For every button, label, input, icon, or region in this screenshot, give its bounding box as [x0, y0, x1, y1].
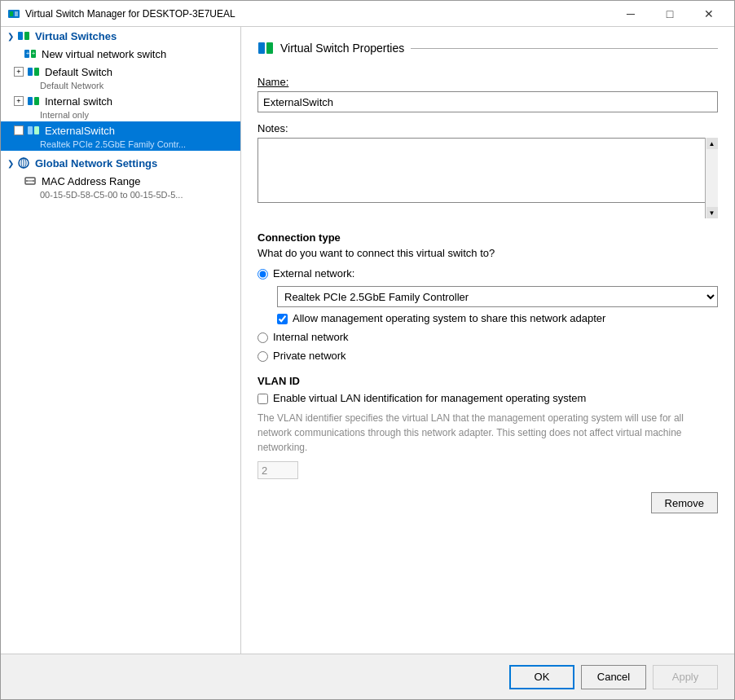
external-network-radio-label[interactable]: External network:	[273, 267, 354, 280]
remove-button-row: Remove	[257, 492, 718, 513]
mac-address-sublabel: 00-15-5D-58-C5-00 to 00-15-5D-5...	[1, 190, 240, 201]
new-switch-icon: + +	[24, 47, 37, 60]
notes-scrollbar: ▲ ▼	[705, 138, 718, 218]
external-network-sub: Realtek PCIe 2.5GbE Family Controller Al…	[277, 286, 718, 324]
chevron-down-icon: ❯	[7, 32, 14, 41]
svg-rect-11	[28, 97, 33, 105]
content-area: ❯ Virtual Switches + + New virtual netwo…	[1, 27, 734, 654]
virtual-switches-icon	[17, 29, 30, 42]
global-network-settings-label: Global Network Settings	[35, 157, 157, 169]
mac-address-label: MAC Address Range	[42, 175, 140, 187]
svg-rect-23	[266, 42, 273, 54]
external-network-radio-item: External network:	[257, 267, 718, 280]
mac-address-range-item[interactable]: MAC Address Range	[1, 172, 240, 190]
vlan-checkbox-item: Enable virtual LAN identification for ma…	[257, 392, 718, 404]
svg-text:+: +	[26, 50, 30, 57]
apply-button[interactable]: Apply	[653, 665, 718, 689]
svg-text:+: +	[32, 50, 36, 57]
internal-network-radio-item: Internal network	[257, 331, 718, 343]
allow-management-label[interactable]: Allow management operating system to sha…	[293, 312, 605, 324]
new-virtual-switch-item[interactable]: + + New virtual network switch	[1, 45, 240, 63]
left-panel: ❯ Virtual Switches + + New virtual netwo…	[1, 27, 241, 654]
svg-rect-10	[34, 68, 39, 76]
ok-button[interactable]: OK	[509, 665, 574, 689]
notes-wrapper: ▲ ▼	[257, 138, 718, 218]
connection-type-radio-group: External network: Realtek PCIe 2.5GbE Fa…	[257, 267, 718, 362]
svg-rect-4	[24, 32, 29, 40]
network-adapter-dropdown[interactable]: Realtek PCIe 2.5GbE Family Controller	[277, 286, 718, 307]
internal-switch-label: Internal switch	[45, 95, 112, 108]
svg-point-20	[26, 180, 28, 182]
vlan-description: The VLAN identifier specifies the virtua…	[257, 411, 718, 455]
right-panel: Virtual Switch Properties Name: Notes: ▲…	[241, 27, 734, 654]
private-network-radio-item: Private network	[257, 350, 718, 362]
global-settings-icon	[17, 156, 30, 169]
window-controls: ─ □ ✕	[612, 1, 728, 27]
maximize-button[interactable]: □	[651, 1, 689, 27]
internal-switch-item[interactable]: + Internal switch	[1, 92, 240, 110]
new-virtual-switch-label: New virtual network switch	[42, 48, 166, 60]
notes-textarea[interactable]	[257, 138, 718, 203]
panel-title-row: Virtual Switch Properties	[257, 40, 718, 63]
close-button[interactable]: ✕	[690, 1, 728, 27]
external-switch-expand[interactable]: +	[14, 125, 24, 135]
global-chevron-icon: ❯	[7, 159, 14, 168]
internal-switch-sublabel: Internal only	[1, 110, 240, 121]
svg-rect-1	[10, 11, 13, 16]
app-icon	[7, 7, 20, 20]
virtual-switches-label: Virtual Switches	[35, 30, 117, 42]
name-label: Name:	[257, 76, 718, 88]
external-switch-sublabel: Realtek PCIe 2.5GbE Family Contr...	[1, 139, 240, 151]
panel-icon	[257, 40, 274, 56]
internal-network-radio[interactable]	[257, 332, 268, 343]
private-network-radio[interactable]	[257, 351, 268, 362]
external-switch-icon	[27, 124, 40, 137]
default-switch-expand[interactable]: +	[14, 67, 24, 77]
scroll-down-arrow[interactable]: ▼	[706, 207, 718, 218]
external-network-radio[interactable]	[257, 269, 268, 280]
panel-title-divider	[411, 48, 718, 49]
window-title: Virtual Switch Manager for DESKTOP-3E7UE…	[25, 8, 612, 20]
vlan-enable-checkbox[interactable]	[257, 394, 268, 404]
vlan-enable-label[interactable]: Enable virtual LAN identification for ma…	[273, 392, 586, 404]
svg-rect-22	[258, 42, 265, 54]
minimize-button[interactable]: ─	[612, 1, 649, 27]
cancel-button[interactable]: Cancel	[581, 665, 646, 689]
internal-switch-expand[interactable]: +	[14, 96, 24, 106]
svg-rect-14	[34, 126, 39, 134]
allow-management-checkbox[interactable]	[277, 314, 288, 324]
private-network-radio-label[interactable]: Private network	[273, 350, 346, 362]
vlan-title: VLAN ID	[257, 375, 718, 387]
svg-rect-2	[15, 11, 18, 16]
panel-title-text: Virtual Switch Properties	[280, 42, 404, 55]
svg-rect-12	[34, 97, 39, 105]
bottom-bar: OK Cancel Apply	[1, 654, 734, 699]
svg-rect-13	[28, 126, 33, 134]
default-switch-sublabel: Default Network	[1, 81, 240, 92]
main-window: Virtual Switch Manager for DESKTOP-3E7UE…	[0, 0, 735, 700]
global-network-settings-header[interactable]: ❯ Global Network Settings	[1, 154, 240, 172]
scroll-up-arrow[interactable]: ▲	[706, 138, 718, 149]
title-bar: Virtual Switch Manager for DESKTOP-3E7UE…	[1, 1, 734, 27]
allow-management-checkbox-item: Allow management operating system to sha…	[277, 312, 718, 324]
vlan-section: VLAN ID Enable virtual LAN identificatio…	[257, 375, 718, 479]
svg-point-21	[33, 180, 34, 182]
notes-label: Notes:	[257, 122, 718, 134]
internal-switch-icon	[27, 95, 40, 108]
internal-network-radio-label[interactable]: Internal network	[273, 331, 349, 343]
connection-type-title: Connection type	[257, 231, 718, 244]
svg-rect-9	[28, 68, 33, 76]
remove-button[interactable]: Remove	[651, 492, 718, 513]
connection-type-question: What do you want to connect this virtual…	[257, 247, 718, 259]
vlan-id-input	[257, 461, 298, 479]
default-switch-label: Default Switch	[45, 66, 112, 78]
name-input[interactable]	[257, 91, 718, 112]
mac-address-icon	[24, 174, 37, 187]
external-switch-item[interactable]: + ExternalSwitch	[1, 121, 240, 139]
default-switch-item[interactable]: + Default Switch	[1, 63, 240, 81]
svg-rect-3	[18, 32, 23, 40]
default-switch-icon	[27, 65, 40, 78]
virtual-switches-header[interactable]: ❯ Virtual Switches	[1, 27, 240, 45]
external-switch-label: ExternalSwitch	[45, 125, 115, 137]
